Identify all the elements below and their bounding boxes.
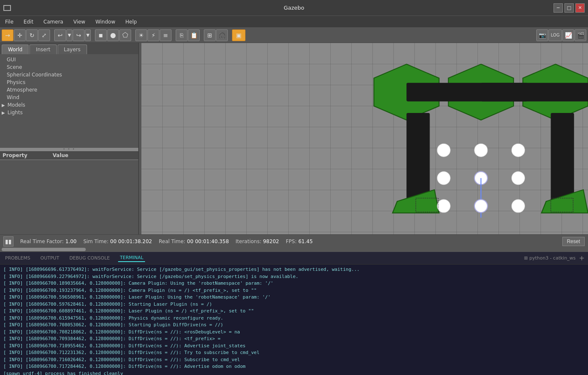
tab-insert[interactable]: Insert [29, 45, 56, 54]
window-icon [3, 5, 11, 11]
terminal-content[interactable]: [ INFO] [1680966696.617376492]: waitForS… [0, 265, 588, 375]
terminal-line: [ INFO] [1680966700.608897461, 0.1280000… [3, 308, 585, 315]
align-button[interactable]: ⊞ [204, 29, 216, 41]
terminal-line: [ INFO] [1680966700.708053062, 0.1280000… [3, 322, 585, 329]
tree-item-spherical-coords[interactable]: Spherical Coordinates [0, 71, 138, 79]
plot-button[interactable]: 📈 [562, 29, 574, 41]
viewport-3d[interactable] [141, 43, 588, 234]
world-tree: GUI Scene Spherical Coordinates Physics … [0, 54, 138, 148]
title-bar: Gazebo ─ □ ✕ [0, 0, 588, 16]
dir-light-button[interactable]: ≡ [160, 29, 171, 41]
simulation-mode-button[interactable]: ▣ [232, 29, 245, 41]
terminal-line: [ INFO] [1680966699.227964972]: waitForS… [3, 273, 585, 281]
property-panel: Property Value [0, 150, 138, 234]
terminal-right-controls: ⊞ python3 - catkin_ws + [524, 254, 585, 262]
cylinder-button[interactable]: ⬠ [119, 29, 131, 41]
svg-point-17 [475, 199, 488, 212]
terminal-line: [ INFO] [1680966700.709384462, 0.1280000… [3, 336, 585, 343]
viewport-scrollbar[interactable] [0, 248, 588, 251]
snap-button[interactable]: 🎧 [216, 29, 228, 41]
toolbar-shapes-group: ▪ ● ⬠ [95, 29, 131, 41]
redo-dropdown[interactable]: ▼ [85, 29, 91, 41]
log-button[interactable]: LOG [548, 29, 562, 41]
minimize-button[interactable]: ─ [554, 3, 563, 13]
box-button[interactable]: ▪ [95, 29, 107, 41]
status-bar: ▮▮ Real Time Factor: 1.00 Sim Time: 00 0… [0, 234, 588, 248]
tree-item-physics[interactable]: Physics [0, 79, 138, 86]
svg-rect-4 [481, 83, 588, 101]
robot-scene-svg [141, 43, 588, 234]
undo-button[interactable]: ↩ [54, 29, 66, 41]
terminal-line: [ INFO] [1680966700.710955462, 0.1280000… [3, 343, 585, 350]
sphere-button[interactable]: ● [107, 29, 119, 41]
real-time-value: 00 00:01:40.358 [187, 239, 229, 244]
reset-button[interactable]: Reset [562, 237, 585, 246]
new-terminal-button[interactable]: + [579, 254, 585, 262]
menu-help[interactable]: Help [124, 18, 138, 26]
svg-point-9 [437, 144, 450, 157]
tree-item-gui[interactable]: GUI [0, 56, 138, 63]
property-col-label: Property [3, 152, 27, 158]
value-col-label: Value [53, 152, 69, 158]
close-button[interactable]: ✕ [575, 3, 585, 13]
toolbar-copy-group: ⎘ 📋 [176, 29, 200, 41]
terminal-line: [ INFO] [1680966700.193237964, 0.1280000… [3, 287, 585, 294]
terminal-tab-bar: PROBLEMS OUTPUT DEBUG CONSOLE TERMINAL ⊞… [0, 252, 588, 265]
copy-button[interactable]: ⎘ [176, 29, 187, 41]
toolbar-select-group: → ✛ ↻ ⤢ [2, 29, 50, 41]
svg-point-15 [512, 172, 525, 185]
terminal-line: [spawn_urdf-4] process has finished clea… [3, 370, 585, 375]
menu-window[interactable]: Window [94, 18, 117, 26]
menu-view[interactable]: View [71, 18, 87, 26]
toolbar-lights-group: ☀ ⚡ ≡ [135, 29, 171, 41]
screenshot-button[interactable]: 📷 [536, 29, 548, 41]
tab-output[interactable]: OUTPUT [39, 254, 61, 262]
tree-item-atmosphere[interactable]: Atmosphere [0, 86, 138, 94]
tab-debug-console[interactable]: DEBUG CONSOLE [68, 254, 111, 262]
tree-item-models[interactable]: ▶ Models [0, 101, 138, 109]
left-panel: World Insert Layers GUI Scene Spherical … [0, 43, 139, 234]
spot-light-button[interactable]: ⚡ [148, 29, 159, 41]
terminal-session-label: ⊞ python3 - catkin_ws [524, 255, 576, 261]
window-controls: ─ □ ✕ [554, 3, 585, 13]
paste-button[interactable]: 📋 [188, 29, 200, 41]
terminal-area: PROBLEMS OUTPUT DEBUG CONSOLE TERMINAL ⊞… [0, 251, 588, 375]
tab-bar: World Insert Layers [0, 43, 138, 54]
scrollbar-thumb[interactable] [2, 248, 86, 251]
menu-file[interactable]: File [3, 18, 15, 26]
terminal-line: [ INFO] [1680966700.712231362, 0.1280000… [3, 349, 585, 357]
terminal-line: [ INFO] [1680966700.597628461, 0.1280000… [3, 301, 585, 308]
tab-layers[interactable]: Layers [58, 45, 87, 54]
translate-tool-button[interactable]: ✛ [14, 29, 26, 41]
iterations-item: Iterations: 98202 [236, 239, 279, 244]
real-time-item: Real Time: 00 00:01:40.358 [159, 239, 229, 244]
terminal-line: [ INFO] [1680966700.716026462, 0.1280000… [3, 357, 585, 364]
rotate-tool-button[interactable]: ↻ [26, 29, 38, 41]
toolbar: → ✛ ↻ ⤢ ↩ ▼ ↪ ▼ ▪ ● ⬠ ☀ ⚡ ≡ ⎘ 📋 [0, 28, 588, 43]
tab-problems[interactable]: PROBLEMS [3, 254, 32, 262]
sim-time-label: Sim Time: [83, 239, 108, 244]
property-header: Property Value [0, 151, 138, 160]
svg-point-16 [437, 199, 450, 212]
menu-camera[interactable]: Camera [42, 18, 65, 26]
tab-terminal[interactable]: TERMINAL [118, 254, 145, 262]
menu-edit[interactable]: Edit [22, 18, 35, 26]
redo-button[interactable]: ↪ [73, 29, 84, 41]
real-time-factor-item: Real Time Factor: 1.00 [20, 239, 76, 244]
tree-item-lights[interactable]: ▶ Lights [0, 109, 138, 116]
pause-button[interactable]: ▮▮ [3, 236, 13, 247]
tree-item-scene[interactable]: Scene [0, 63, 138, 71]
fps-item: FPS: 61.45 [286, 239, 313, 244]
record-button[interactable]: 🎬 [575, 29, 586, 41]
tab-world[interactable]: World [2, 45, 29, 54]
maximize-button[interactable]: □ [564, 3, 574, 13]
scale-tool-button[interactable]: ⤢ [38, 29, 50, 41]
point-light-button[interactable]: ☀ [135, 29, 147, 41]
svg-point-18 [512, 199, 525, 212]
select-tool-button[interactable]: → [2, 29, 13, 41]
sim-time-value: 00 00:01:38.202 [110, 239, 152, 244]
real-time-factor-label: Real Time Factor: [20, 239, 63, 244]
tree-item-wind[interactable]: Wind [0, 94, 138, 101]
undo-dropdown[interactable]: ▼ [66, 29, 72, 41]
svg-point-10 [475, 144, 488, 157]
